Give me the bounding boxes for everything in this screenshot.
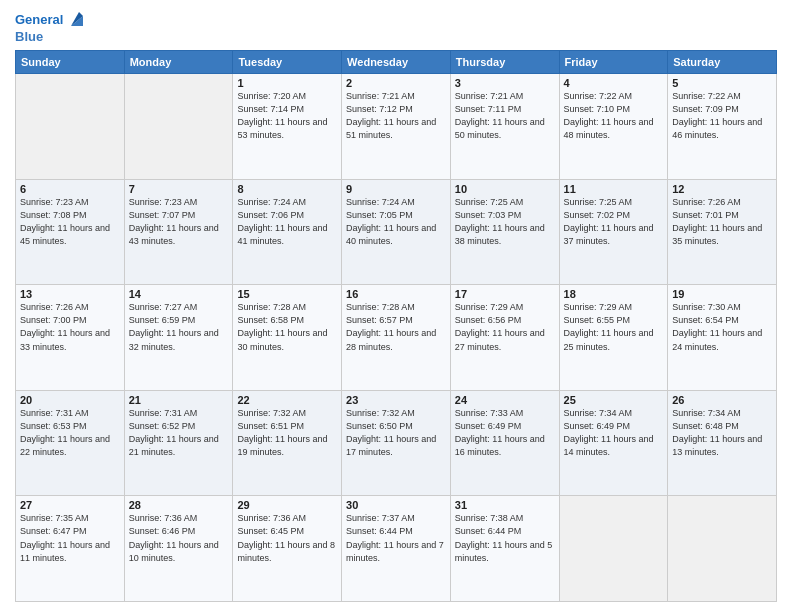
day-info: Sunrise: 7:29 AM Sunset: 6:56 PM Dayligh… [455,301,555,353]
week-row-0: 1Sunrise: 7:20 AM Sunset: 7:14 PM Daylig… [16,74,777,180]
day-info: Sunrise: 7:33 AM Sunset: 6:49 PM Dayligh… [455,407,555,459]
day-number: 24 [455,394,555,406]
day-info: Sunrise: 7:21 AM Sunset: 7:12 PM Dayligh… [346,90,446,142]
day-cell: 10Sunrise: 7:25 AM Sunset: 7:03 PM Dayli… [450,179,559,285]
week-row-2: 13Sunrise: 7:26 AM Sunset: 7:00 PM Dayli… [16,285,777,391]
day-info: Sunrise: 7:38 AM Sunset: 6:44 PM Dayligh… [455,512,555,564]
day-info: Sunrise: 7:34 AM Sunset: 6:49 PM Dayligh… [564,407,664,459]
day-info: Sunrise: 7:23 AM Sunset: 7:07 PM Dayligh… [129,196,229,248]
day-info: Sunrise: 7:26 AM Sunset: 7:01 PM Dayligh… [672,196,772,248]
day-info: Sunrise: 7:35 AM Sunset: 6:47 PM Dayligh… [20,512,120,564]
day-info: Sunrise: 7:25 AM Sunset: 7:03 PM Dayligh… [455,196,555,248]
day-info: Sunrise: 7:30 AM Sunset: 6:54 PM Dayligh… [672,301,772,353]
day-number: 30 [346,499,446,511]
day-number: 7 [129,183,229,195]
day-number: 11 [564,183,664,195]
day-info: Sunrise: 7:26 AM Sunset: 7:00 PM Dayligh… [20,301,120,353]
day-cell: 16Sunrise: 7:28 AM Sunset: 6:57 PM Dayli… [342,285,451,391]
day-info: Sunrise: 7:22 AM Sunset: 7:10 PM Dayligh… [564,90,664,142]
day-cell: 21Sunrise: 7:31 AM Sunset: 6:52 PM Dayli… [124,390,233,496]
day-cell: 28Sunrise: 7:36 AM Sunset: 6:46 PM Dayli… [124,496,233,602]
day-number: 21 [129,394,229,406]
day-info: Sunrise: 7:23 AM Sunset: 7:08 PM Dayligh… [20,196,120,248]
day-header-sunday: Sunday [16,51,125,74]
day-header-wednesday: Wednesday [342,51,451,74]
day-number: 1 [237,77,337,89]
day-cell: 9Sunrise: 7:24 AM Sunset: 7:05 PM Daylig… [342,179,451,285]
day-cell: 2Sunrise: 7:21 AM Sunset: 7:12 PM Daylig… [342,74,451,180]
day-cell: 7Sunrise: 7:23 AM Sunset: 7:07 PM Daylig… [124,179,233,285]
day-cell: 14Sunrise: 7:27 AM Sunset: 6:59 PM Dayli… [124,285,233,391]
day-info: Sunrise: 7:20 AM Sunset: 7:14 PM Dayligh… [237,90,337,142]
day-info: Sunrise: 7:34 AM Sunset: 6:48 PM Dayligh… [672,407,772,459]
day-info: Sunrise: 7:21 AM Sunset: 7:11 PM Dayligh… [455,90,555,142]
day-cell: 19Sunrise: 7:30 AM Sunset: 6:54 PM Dayli… [668,285,777,391]
day-info: Sunrise: 7:22 AM Sunset: 7:09 PM Dayligh… [672,90,772,142]
day-number: 23 [346,394,446,406]
day-cell: 18Sunrise: 7:29 AM Sunset: 6:55 PM Dayli… [559,285,668,391]
day-number: 31 [455,499,555,511]
day-cell: 8Sunrise: 7:24 AM Sunset: 7:06 PM Daylig… [233,179,342,285]
day-header-monday: Monday [124,51,233,74]
logo: General Blue [15,10,87,44]
day-number: 10 [455,183,555,195]
day-number: 2 [346,77,446,89]
day-number: 19 [672,288,772,300]
logo-icon [65,8,87,30]
day-cell: 3Sunrise: 7:21 AM Sunset: 7:11 PM Daylig… [450,74,559,180]
day-number: 28 [129,499,229,511]
day-info: Sunrise: 7:24 AM Sunset: 7:05 PM Dayligh… [346,196,446,248]
day-cell: 20Sunrise: 7:31 AM Sunset: 6:53 PM Dayli… [16,390,125,496]
day-number: 20 [20,394,120,406]
day-number: 25 [564,394,664,406]
day-number: 8 [237,183,337,195]
day-info: Sunrise: 7:24 AM Sunset: 7:06 PM Dayligh… [237,196,337,248]
week-row-3: 20Sunrise: 7:31 AM Sunset: 6:53 PM Dayli… [16,390,777,496]
day-cell: 30Sunrise: 7:37 AM Sunset: 6:44 PM Dayli… [342,496,451,602]
day-info: Sunrise: 7:29 AM Sunset: 6:55 PM Dayligh… [564,301,664,353]
day-cell: 25Sunrise: 7:34 AM Sunset: 6:49 PM Dayli… [559,390,668,496]
day-info: Sunrise: 7:36 AM Sunset: 6:45 PM Dayligh… [237,512,337,564]
day-number: 27 [20,499,120,511]
day-info: Sunrise: 7:28 AM Sunset: 6:57 PM Dayligh… [346,301,446,353]
day-info: Sunrise: 7:31 AM Sunset: 6:53 PM Dayligh… [20,407,120,459]
logo-text-blue: Blue [15,30,43,44]
day-number: 22 [237,394,337,406]
calendar-table: SundayMondayTuesdayWednesdayThursdayFrid… [15,50,777,602]
day-number: 29 [237,499,337,511]
day-cell: 13Sunrise: 7:26 AM Sunset: 7:00 PM Dayli… [16,285,125,391]
day-cell: 5Sunrise: 7:22 AM Sunset: 7:09 PM Daylig… [668,74,777,180]
day-number: 15 [237,288,337,300]
day-header-thursday: Thursday [450,51,559,74]
day-cell: 23Sunrise: 7:32 AM Sunset: 6:50 PM Dayli… [342,390,451,496]
day-cell: 17Sunrise: 7:29 AM Sunset: 6:56 PM Dayli… [450,285,559,391]
day-info: Sunrise: 7:32 AM Sunset: 6:50 PM Dayligh… [346,407,446,459]
day-info: Sunrise: 7:36 AM Sunset: 6:46 PM Dayligh… [129,512,229,564]
day-info: Sunrise: 7:27 AM Sunset: 6:59 PM Dayligh… [129,301,229,353]
day-info: Sunrise: 7:32 AM Sunset: 6:51 PM Dayligh… [237,407,337,459]
day-cell: 6Sunrise: 7:23 AM Sunset: 7:08 PM Daylig… [16,179,125,285]
day-cell: 24Sunrise: 7:33 AM Sunset: 6:49 PM Dayli… [450,390,559,496]
week-row-4: 27Sunrise: 7:35 AM Sunset: 6:47 PM Dayli… [16,496,777,602]
day-cell [559,496,668,602]
day-cell: 22Sunrise: 7:32 AM Sunset: 6:51 PM Dayli… [233,390,342,496]
day-info: Sunrise: 7:37 AM Sunset: 6:44 PM Dayligh… [346,512,446,564]
day-number: 6 [20,183,120,195]
day-cell: 4Sunrise: 7:22 AM Sunset: 7:10 PM Daylig… [559,74,668,180]
day-cell: 27Sunrise: 7:35 AM Sunset: 6:47 PM Dayli… [16,496,125,602]
day-header-friday: Friday [559,51,668,74]
logo-text: General [15,13,63,27]
header: General Blue [15,10,777,44]
day-cell: 15Sunrise: 7:28 AM Sunset: 6:58 PM Dayli… [233,285,342,391]
day-number: 26 [672,394,772,406]
day-cell [124,74,233,180]
day-cell: 29Sunrise: 7:36 AM Sunset: 6:45 PM Dayli… [233,496,342,602]
day-number: 9 [346,183,446,195]
page: General Blue SundayMondayTuesdayWednesda… [0,0,792,612]
week-row-1: 6Sunrise: 7:23 AM Sunset: 7:08 PM Daylig… [16,179,777,285]
day-number: 5 [672,77,772,89]
day-header-tuesday: Tuesday [233,51,342,74]
day-number: 13 [20,288,120,300]
day-header-saturday: Saturday [668,51,777,74]
day-cell: 26Sunrise: 7:34 AM Sunset: 6:48 PM Dayli… [668,390,777,496]
